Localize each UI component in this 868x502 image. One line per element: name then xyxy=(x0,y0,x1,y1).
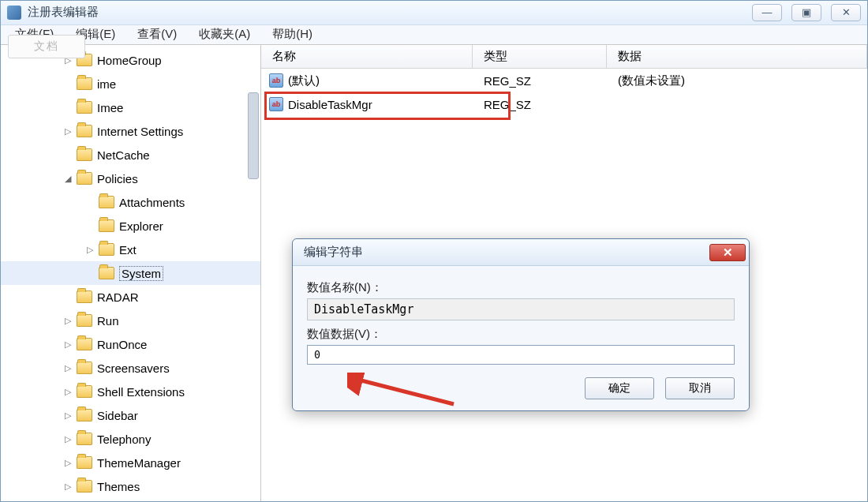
menu-view[interactable]: 查看(V) xyxy=(137,27,177,42)
expander-icon[interactable]: ▷ xyxy=(62,126,73,137)
tree-item-telephony[interactable]: ▷Telephony xyxy=(1,427,260,451)
tree-item-imee[interactable]: Imee xyxy=(1,96,260,119)
column-type[interactable]: 类型 xyxy=(473,45,607,68)
tree-item-label: Internet Settings xyxy=(97,125,183,138)
window-title: 注册表编辑器 xyxy=(28,5,752,20)
tree-item-label: Run xyxy=(97,314,119,328)
folder-icon xyxy=(77,433,92,445)
tree-item-label: Attachments xyxy=(119,196,185,209)
value-row-default[interactable]: ab (默认) REG_SZ (数值未设置) xyxy=(261,69,867,92)
tree-item-thememanager[interactable]: ▷ThemeManager xyxy=(1,451,260,474)
folder-icon xyxy=(77,480,92,493)
tree-item-themes[interactable]: ▷Themes xyxy=(1,474,260,498)
watermark-overlay: 文档 xyxy=(8,35,85,58)
tree-item-label: System xyxy=(119,266,163,281)
expander-icon[interactable]: ▷ xyxy=(62,387,73,397)
expander-icon[interactable]: ▷ xyxy=(62,458,73,468)
tree-item-label: RADAR xyxy=(97,290,139,304)
menu-favorites[interactable]: 收藏夹(A) xyxy=(199,27,250,42)
edit-string-dialog: 编辑字符串 ✕ 数值名称(N)： DisableTaskMgr 数值数据(V)：… xyxy=(292,238,750,411)
menubar: 文件(F) 编辑(E) 查看(V) 收藏夹(A) 帮助(H) xyxy=(1,25,867,45)
value-data-label: 数值数据(V)： xyxy=(307,327,735,342)
tree-item-internet-settings[interactable]: ▷Internet Settings xyxy=(1,119,260,143)
tree-item-label: HomeGroup xyxy=(97,54,162,67)
folder-icon xyxy=(77,148,92,161)
folder-icon xyxy=(77,314,92,327)
tree-item-label: Sidebar xyxy=(97,409,138,422)
tree-item-ext[interactable]: ▷Ext xyxy=(1,238,260,261)
folder-icon xyxy=(77,101,92,114)
tree-item-attachments[interactable]: Attachments xyxy=(1,190,260,214)
tree-item-screensavers[interactable]: ▷Screensavers xyxy=(1,356,260,380)
tree-item-label: ime xyxy=(97,77,116,91)
tree-item-label: NetCache xyxy=(97,148,150,162)
expander-icon[interactable]: ▷ xyxy=(62,410,73,421)
tree-item-label: Explorer xyxy=(119,219,163,233)
expander-icon[interactable]: ▷ xyxy=(62,363,73,373)
tree-item-netcache[interactable]: NetCache xyxy=(1,143,260,167)
values-header: 名称 类型 数据 xyxy=(261,45,867,69)
value-name: DisableTaskMgr xyxy=(288,98,372,111)
value-row-disabletaskmgr[interactable]: ab DisableTaskMgr REG_SZ xyxy=(261,92,867,116)
folder-icon xyxy=(77,385,92,398)
folder-icon xyxy=(99,243,114,256)
tree-item-policies[interactable]: ◢Policies xyxy=(1,167,260,190)
tree-item-run[interactable]: ▷Run xyxy=(1,309,260,332)
expander-icon[interactable]: ▷ xyxy=(84,245,95,255)
expander-icon[interactable]: ▷ xyxy=(62,316,73,326)
minimize-button[interactable]: — xyxy=(752,4,782,21)
tree-item-label: Telephony xyxy=(97,433,151,446)
tree-item-ime[interactable]: ime xyxy=(1,72,260,96)
value-name-field: DisableTaskMgr xyxy=(307,298,735,320)
tree-item-label: Shell Extensions xyxy=(97,385,185,399)
menu-help[interactable]: 帮助(H) xyxy=(272,27,312,42)
folder-icon xyxy=(77,172,92,185)
column-data[interactable]: 数据 xyxy=(607,45,867,68)
maximize-button[interactable]: ▣ xyxy=(791,4,821,21)
value-type: REG_SZ xyxy=(473,98,607,111)
folder-icon xyxy=(77,290,92,303)
string-value-icon: ab xyxy=(269,73,283,88)
ok-button[interactable]: 确定 xyxy=(585,377,654,399)
folder-icon xyxy=(77,456,92,469)
tree-item-radar[interactable]: RADAR xyxy=(1,285,260,309)
folder-icon xyxy=(77,362,92,374)
folder-icon xyxy=(77,338,92,350)
tree-item-sidebar[interactable]: ▷Sidebar xyxy=(1,403,260,427)
value-type: REG_SZ xyxy=(473,74,607,88)
cancel-button[interactable]: 取消 xyxy=(665,377,735,399)
dialog-titlebar[interactable]: 编辑字符串 ✕ xyxy=(293,239,749,266)
tree-item-label: Policies xyxy=(97,172,138,185)
value-name-label: 数值名称(N)： xyxy=(307,280,735,295)
tree-item-label: Ext xyxy=(119,243,137,257)
tree-item-explorer[interactable]: Explorer xyxy=(1,214,260,238)
tree-item-system[interactable]: System xyxy=(1,261,260,285)
tree-item-label: ThemeManager xyxy=(97,456,181,470)
expander-icon[interactable]: ▷ xyxy=(62,339,73,350)
tree-item-label: Imee xyxy=(97,101,123,114)
expander-icon[interactable]: ▷ xyxy=(62,481,73,492)
column-name[interactable]: 名称 xyxy=(261,45,473,68)
dialog-title: 编辑字符串 xyxy=(304,245,709,260)
dialog-close-button[interactable]: ✕ xyxy=(709,244,746,261)
tree-item-label: Themes xyxy=(97,480,140,493)
string-value-icon: ab xyxy=(269,97,283,111)
expander-icon[interactable]: ▷ xyxy=(62,434,73,444)
folder-icon xyxy=(77,125,92,137)
tree-item-label: Screensavers xyxy=(97,362,170,375)
tree-pane[interactable]: ▷HomeGroupimeImee▷Internet SettingsNetCa… xyxy=(1,45,261,501)
value-data: (数值未设置) xyxy=(607,73,867,88)
tree-item-label: RunOnce xyxy=(97,338,147,351)
dialog-body: 数值名称(N)： DisableTaskMgr 数值数据(V)： 确定 取消 xyxy=(293,266,749,410)
folder-icon xyxy=(77,409,92,421)
tree-item-runonce[interactable]: ▷RunOnce xyxy=(1,332,260,356)
window-controls: — ▣ ✕ xyxy=(752,4,861,21)
scrollbar-thumb[interactable] xyxy=(248,92,259,179)
dialog-buttons: 确定 取消 xyxy=(307,377,735,399)
app-icon xyxy=(7,6,21,20)
value-data-input[interactable] xyxy=(307,345,735,365)
folder-icon xyxy=(77,77,92,90)
expander-icon[interactable]: ◢ xyxy=(62,174,73,184)
close-button[interactable]: ✕ xyxy=(831,4,861,21)
tree-item-shell-extensions[interactable]: ▷Shell Extensions xyxy=(1,380,260,403)
